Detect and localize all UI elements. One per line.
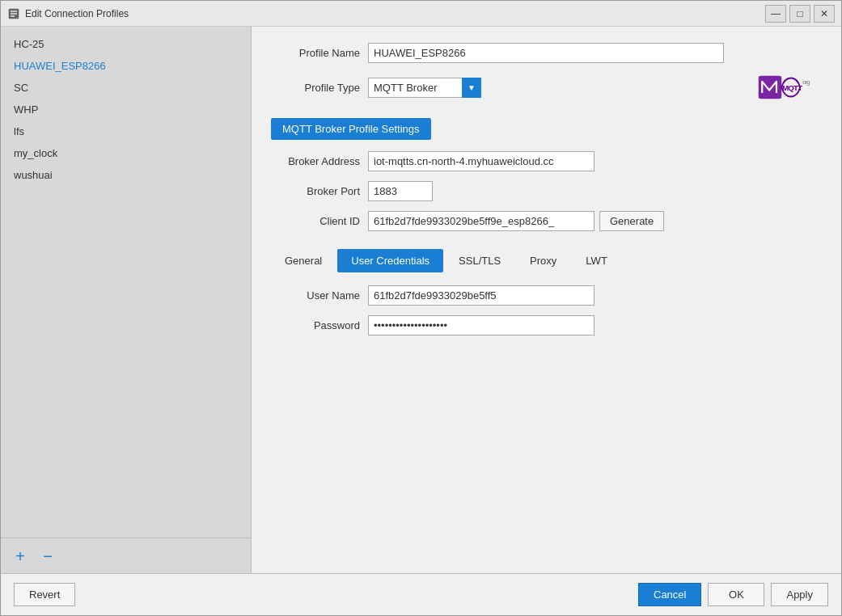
password-input[interactable] bbox=[368, 315, 594, 335]
cancel-button[interactable]: Cancel bbox=[638, 583, 701, 606]
profile-name-input[interactable] bbox=[368, 43, 724, 63]
add-profile-button[interactable]: + bbox=[11, 546, 30, 566]
content-area: HC-25 HUAWEI_ESP8266 SC WHP lfs my_clock… bbox=[1, 27, 841, 573]
profile-name-label: Profile Name bbox=[271, 47, 368, 59]
close-button[interactable]: ✕ bbox=[814, 5, 835, 23]
broker-port-input[interactable] bbox=[368, 181, 433, 201]
credentials-content: User Name Password bbox=[271, 285, 822, 345]
sidebar-item-myclock[interactable]: my_clock bbox=[1, 142, 251, 164]
svg-text:org: org bbox=[802, 79, 810, 86]
user-name-row: User Name bbox=[271, 285, 822, 306]
generate-button[interactable]: Generate bbox=[599, 211, 664, 231]
sidebar-item-huawei[interactable]: HUAWEI_ESP8266 bbox=[1, 55, 251, 77]
title-bar: Edit Connection Profiles ― □ ✕ bbox=[1, 1, 841, 27]
client-id-label: Client ID bbox=[271, 215, 368, 227]
window-title: Edit Connection Profiles bbox=[25, 8, 765, 19]
broker-port-row: Broker Port bbox=[271, 181, 822, 201]
profile-type-select-wrapper: MQTT Broker ▼ bbox=[368, 78, 481, 98]
user-name-label: User Name bbox=[271, 289, 368, 302]
revert-button[interactable]: Revert bbox=[14, 583, 75, 606]
sidebar-item-lfs[interactable]: lfs bbox=[1, 120, 251, 142]
minimize-button[interactable]: ― bbox=[765, 5, 786, 23]
broker-address-row: Broker Address bbox=[271, 151, 822, 171]
profile-type-label: Profile Type bbox=[271, 82, 368, 94]
section-header: MQTT Broker Profile Settings bbox=[271, 118, 822, 140]
sidebar-item-hc25[interactable]: HC-25 bbox=[1, 33, 251, 55]
password-label: Password bbox=[271, 319, 368, 331]
maximize-button[interactable]: □ bbox=[789, 5, 810, 23]
profile-name-row: Profile Name bbox=[271, 43, 822, 63]
window-controls: ― □ ✕ bbox=[765, 5, 835, 23]
client-id-input[interactable] bbox=[368, 211, 594, 231]
window-icon bbox=[7, 7, 20, 20]
tab-user-credentials[interactable]: User Credentials bbox=[337, 249, 443, 272]
main-panel: Profile Name Profile Type MQTT Broker ▼ bbox=[252, 27, 841, 573]
password-row: Password bbox=[271, 315, 822, 335]
footer-bar: Revert Cancel OK Apply bbox=[1, 573, 841, 615]
mqtt-logo: MQTT org bbox=[757, 73, 822, 102]
tabs-row: General User Credentials SSL/TLS Proxy L… bbox=[271, 249, 822, 272]
tab-lwt[interactable]: LWT bbox=[572, 249, 620, 272]
ok-button[interactable]: OK bbox=[708, 583, 764, 606]
sidebar-item-wushuai[interactable]: wushuai bbox=[1, 164, 251, 186]
sidebar-footer: + − bbox=[1, 538, 251, 573]
section-header-button: MQTT Broker Profile Settings bbox=[271, 118, 431, 140]
profile-type-row: Profile Type MQTT Broker ▼ bbox=[271, 73, 822, 102]
profile-type-select[interactable]: MQTT Broker bbox=[368, 78, 481, 98]
broker-address-input[interactable] bbox=[368, 151, 594, 171]
tab-proxy[interactable]: Proxy bbox=[516, 249, 570, 272]
client-id-row: Client ID Generate bbox=[271, 211, 822, 231]
main-window: Edit Connection Profiles ― □ ✕ HC-25 HUA… bbox=[0, 0, 842, 616]
sidebar-item-whp[interactable]: WHP bbox=[1, 99, 251, 120]
apply-button[interactable]: Apply bbox=[771, 583, 828, 606]
remove-profile-button[interactable]: − bbox=[38, 546, 57, 566]
tab-ssl-tls[interactable]: SSL/TLS bbox=[445, 249, 514, 272]
broker-port-label: Broker Port bbox=[271, 185, 368, 197]
sidebar-item-sc[interactable]: SC bbox=[1, 77, 251, 99]
profile-list: HC-25 HUAWEI_ESP8266 SC WHP lfs my_clock… bbox=[1, 27, 251, 538]
broker-address-label: Broker Address bbox=[271, 155, 368, 167]
user-name-input[interactable] bbox=[368, 285, 594, 306]
sidebar: HC-25 HUAWEI_ESP8266 SC WHP lfs my_clock… bbox=[1, 27, 252, 573]
svg-text:MQTT: MQTT bbox=[782, 83, 802, 92]
tab-general[interactable]: General bbox=[271, 249, 336, 272]
